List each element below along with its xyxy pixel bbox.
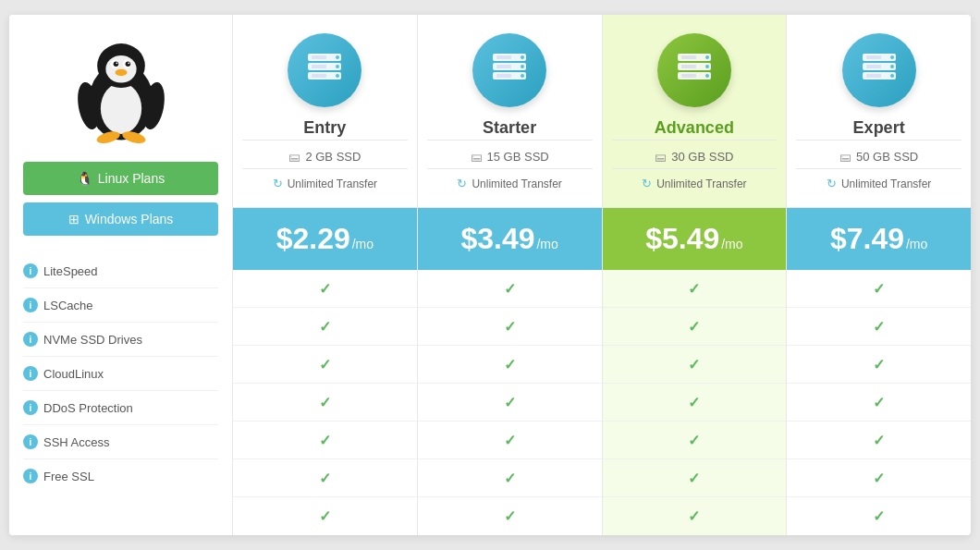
plan-storage-starter: 🖴 15 GB SSD [427, 140, 593, 168]
penguin-logo [66, 33, 177, 148]
plan-col-entry: Entry 🖴 2 GB SSD ↻ Unlimited Transfer $2… [233, 15, 418, 535]
plan-transfer-starter: ↻ Unlimited Transfer [427, 168, 593, 198]
svg-point-37 [705, 65, 709, 68]
svg-rect-30 [496, 55, 511, 59]
svg-point-27 [521, 55, 524, 59]
tux-icon [66, 33, 177, 144]
check-icon: ✓ [873, 280, 885, 298]
plan-price-starter: $3.49 [460, 222, 534, 256]
server-icon [489, 50, 530, 91]
svg-point-36 [705, 55, 709, 59]
plan-feature-cell-expert-2: ✓ [787, 346, 971, 384]
plan-feature-cell-starter-4: ✓ [418, 422, 602, 459]
info-icon: i [23, 366, 38, 381]
svg-rect-32 [496, 74, 511, 78]
check-icon: ✓ [504, 356, 516, 373]
plan-price-per-advanced: /mo [721, 237, 742, 251]
check-icon: ✓ [319, 394, 331, 411]
transfer-icon: ↻ [827, 177, 837, 190]
check-icon: ✓ [688, 318, 700, 336]
check-icon: ✓ [688, 507, 700, 525]
plan-feature-cell-starter-2: ✓ [418, 346, 602, 384]
plan-feature-cell-advanced-3: ✓ [603, 384, 787, 422]
plan-feature-cell-advanced-6: ✓ [603, 497, 787, 535]
plan-transfer-entry: ↻ Unlimited Transfer [242, 168, 408, 198]
svg-rect-21 [312, 55, 326, 59]
plan-feature-cell-advanced-1: ✓ [603, 308, 787, 346]
plan-feature-cell-expert-0: ✓ [787, 270, 971, 308]
plan-price-per-starter: /mo [536, 237, 557, 251]
check-icon: ✓ [319, 356, 331, 373]
svg-point-18 [336, 55, 339, 59]
check-icon: ✓ [504, 280, 516, 298]
svg-point-6 [113, 61, 118, 67]
plan-features-starter: ✓ ✓ ✓ ✓ ✓ ✓ [418, 270, 602, 535]
plan-name-expert: Expert [853, 118, 905, 138]
plan-price-row-expert[interactable]: $7.49 /mo [787, 208, 971, 270]
info-icon: i [23, 263, 38, 278]
check-icon: ✓ [873, 394, 885, 411]
plan-feature-cell-expert-4: ✓ [787, 422, 971, 459]
plan-feature-cell-entry-0: ✓ [233, 270, 417, 308]
svg-point-19 [336, 65, 339, 68]
check-icon: ✓ [688, 432, 700, 449]
feature-label: Free SSL [43, 470, 94, 483]
plan-icon-starter [472, 33, 546, 107]
info-icon: i [23, 332, 38, 347]
svg-point-46 [890, 65, 894, 68]
plan-features-entry: ✓ ✓ ✓ ✓ ✓ ✓ [233, 270, 417, 535]
windows-icon: ⊞ [68, 212, 80, 226]
plan-storage-expert: 🖴 50 GB SSD [796, 140, 962, 168]
linux-plans-button[interactable]: 🐧 Linux Plans [23, 162, 218, 195]
plan-icon-expert [842, 33, 916, 107]
svg-point-47 [890, 74, 894, 78]
svg-point-7 [125, 61, 130, 67]
plan-icon-entry [288, 33, 361, 107]
check-icon: ✓ [504, 394, 516, 411]
transfer-icon: ↻ [273, 177, 283, 190]
plan-feature-cell-advanced-0: ✓ [603, 270, 787, 308]
plan-feature-cell-entry-4: ✓ [233, 422, 417, 459]
check-icon: ✓ [688, 470, 700, 487]
feature-label: CloudLinux [43, 367, 104, 381]
plan-price-row-starter[interactable]: $3.49 /mo [418, 208, 602, 270]
svg-point-10 [115, 69, 127, 76]
hdd-icon: 🖴 [471, 150, 483, 164]
info-icon: i [23, 434, 38, 449]
plan-price-row-advanced[interactable]: $5.49 /mo [603, 208, 787, 270]
plan-name-starter: Starter [483, 118, 536, 138]
check-icon: ✓ [688, 356, 700, 373]
plan-price-row-entry[interactable]: $2.29 /mo [233, 208, 417, 270]
check-icon: ✓ [873, 507, 885, 525]
feature-label: LiteSpeed [43, 264, 98, 278]
sidebar-feature-list: iLiteSpeediLSCacheiNVMe SSD DrivesiCloud… [23, 254, 218, 493]
check-icon: ✓ [873, 470, 885, 487]
svg-point-9 [128, 62, 129, 64]
svg-rect-40 [681, 65, 696, 68]
plan-features-expert: ✓ ✓ ✓ ✓ ✓ ✓ [787, 270, 971, 535]
windows-plans-button[interactable]: ⊞ Windows Plans [23, 202, 218, 236]
pricing-table: 🐧 Linux Plans ⊞ Windows Plans iLiteSpeed… [9, 15, 971, 535]
check-icon: ✓ [688, 394, 700, 411]
plan-name-entry: Entry [303, 118, 346, 138]
feature-label: DDoS Protection [43, 401, 133, 415]
plan-feature-cell-advanced-2: ✓ [603, 346, 787, 384]
plan-features-advanced: ✓ ✓ ✓ ✓ ✓ ✓ [603, 270, 787, 535]
check-icon: ✓ [319, 470, 331, 487]
plan-price-per-entry: /mo [352, 237, 374, 251]
plan-transfer-expert: ↻ Unlimited Transfer [796, 168, 962, 198]
plan-feature-cell-starter-0: ✓ [418, 270, 602, 308]
plan-feature-cell-entry-6: ✓ [233, 497, 417, 535]
svg-rect-23 [312, 74, 326, 78]
plan-header-expert: Expert 🖴 50 GB SSD ↻ Unlimited Transfer [787, 15, 971, 208]
plan-feature-cell-starter-5: ✓ [418, 459, 602, 497]
sidebar-item-nvme: iNVMe SSD Drives [23, 323, 218, 357]
svg-rect-50 [866, 74, 881, 78]
svg-rect-31 [496, 65, 511, 68]
plan-price-expert: $7.49 [830, 222, 904, 256]
linux-plans-label: Linux Plans [98, 171, 165, 186]
svg-point-20 [336, 74, 339, 78]
hdd-icon: 🖴 [288, 150, 300, 164]
plan-feature-cell-expert-5: ✓ [787, 459, 971, 497]
plan-price-advanced: $5.49 [645, 222, 719, 256]
